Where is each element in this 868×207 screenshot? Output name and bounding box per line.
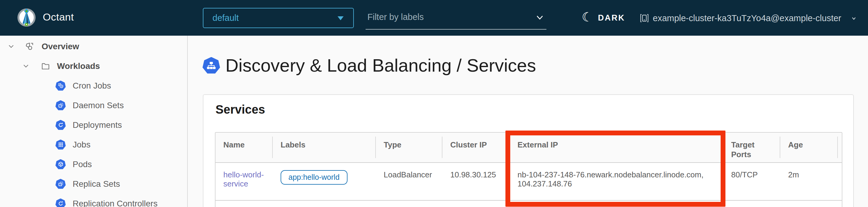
sidebar-item-label: Deployments <box>73 120 122 130</box>
table-header-row: Name Labels Type Cluster IP External IP … <box>216 133 842 163</box>
page-title: Discovery & Load Balancing / Services <box>225 55 536 76</box>
sidebar-item-cron-jobs[interactable]: Cron Jobs <box>0 76 187 96</box>
sidebar-item-label: Replication Controllers <box>73 199 158 207</box>
cell-target-ports: 80/TCP <box>723 163 780 200</box>
cell-type: LoadBalancer <box>376 163 442 200</box>
table-next-row-partial <box>216 201 842 207</box>
cell-spacer <box>838 163 853 200</box>
chevron-down-icon[interactable] <box>8 44 14 50</box>
cell-age: 2m <box>780 163 838 200</box>
service-resource-icon <box>203 57 220 74</box>
services-table: Name Labels Type Cluster IP External IP … <box>215 132 842 207</box>
chevron-down-icon <box>851 16 857 21</box>
app-title: Octant <box>43 11 74 23</box>
column-header-name[interactable]: Name <box>216 133 273 162</box>
chevron-down-icon[interactable] <box>535 13 544 22</box>
sidebar-item-pods[interactable]: Pods <box>0 154 187 174</box>
cluster-host-icon <box>640 13 649 23</box>
sidebar-item-label: Overview <box>41 42 79 51</box>
sidebar-item-label: Daemon Sets <box>73 101 124 110</box>
octant-logo-icon <box>17 8 36 27</box>
sidebar-item-label: Jobs <box>73 140 90 150</box>
sidebar-item-label: Pods <box>73 160 92 169</box>
sidebar-nav-tree: Overview Workloads Cron Jobs <box>0 36 188 207</box>
cell-labels: app:hello-world <box>273 163 376 200</box>
top-navbar: Octant default Filter by labels ☾ DARK e… <box>0 0 868 36</box>
sidebar-item-replica-sets[interactable]: Replica Sets <box>0 174 187 194</box>
daemon-sets-icon <box>56 100 66 111</box>
card-title: Services <box>216 103 265 117</box>
sidebar-item-workloads[interactable]: Workloads <box>0 56 187 76</box>
sidebar-item-daemon-sets[interactable]: Daemon Sets <box>0 96 187 115</box>
cell-name: hello-world-service <box>216 163 273 200</box>
jobs-icon <box>56 139 66 150</box>
label-badge[interactable]: app:hello-world <box>281 170 347 185</box>
sidebar-item-label: Cron Jobs <box>73 81 111 90</box>
chevron-down-icon[interactable] <box>23 63 29 69</box>
page-heading: Discovery & Load Balancing / Services <box>203 55 536 76</box>
label-filter-input[interactable]: Filter by labels <box>366 6 547 30</box>
cell-external-ip: nb-104-237-148-76.newark.nodebalancer.li… <box>510 163 723 200</box>
sidebar-item-jobs[interactable]: Jobs <box>0 135 187 154</box>
sidebar-item-deployments[interactable]: Deployments <box>0 115 187 135</box>
services-card: Services Name Labels Type Cluster IP Ext… <box>203 94 854 207</box>
replication-controllers-icon <box>56 199 66 207</box>
column-header-target-ports[interactable]: Target Ports <box>723 133 780 162</box>
label-filter-placeholder: Filter by labels <box>367 6 424 28</box>
table-row: hello-world-service app:hello-world Load… <box>216 163 842 201</box>
caret-down-icon <box>338 16 344 20</box>
cell-cluster-ip: 10.98.30.125 <box>442 163 510 200</box>
deployments-icon <box>56 120 66 130</box>
column-header-type[interactable]: Type <box>376 133 442 162</box>
column-header-age[interactable]: Age <box>780 133 838 162</box>
pods-icon <box>56 159 66 170</box>
octant-app: Octant default Filter by labels ☾ DARK e… <box>0 0 868 207</box>
theme-toggle-label: DARK <box>598 13 625 23</box>
column-header-spacer <box>838 133 851 162</box>
namespace-select-value: default <box>213 8 239 27</box>
column-header-labels[interactable]: Labels <box>273 133 376 162</box>
replica-sets-icon <box>56 179 66 189</box>
objects-icon <box>25 42 34 51</box>
sidebar-item-label: Workloads <box>57 61 100 71</box>
cron-jobs-icon <box>56 81 66 91</box>
service-name-link[interactable]: hello-world-service <box>223 170 264 188</box>
sidebar-item-overview[interactable]: Overview <box>0 36 187 56</box>
sidebar-item-replication-controllers[interactable]: Replication Controllers <box>0 194 187 207</box>
namespace-select[interactable]: default <box>203 8 354 28</box>
sidebar-item-label: Replica Sets <box>73 179 120 189</box>
column-header-external-ip[interactable]: External IP <box>510 133 723 162</box>
moon-icon: ☾ <box>582 10 593 24</box>
column-header-cluster-ip[interactable]: Cluster IP <box>442 133 510 162</box>
cluster-context-label: example-cluster-ka3TuTzYo4a@example-clus… <box>653 13 841 23</box>
folder-icon <box>41 62 50 71</box>
